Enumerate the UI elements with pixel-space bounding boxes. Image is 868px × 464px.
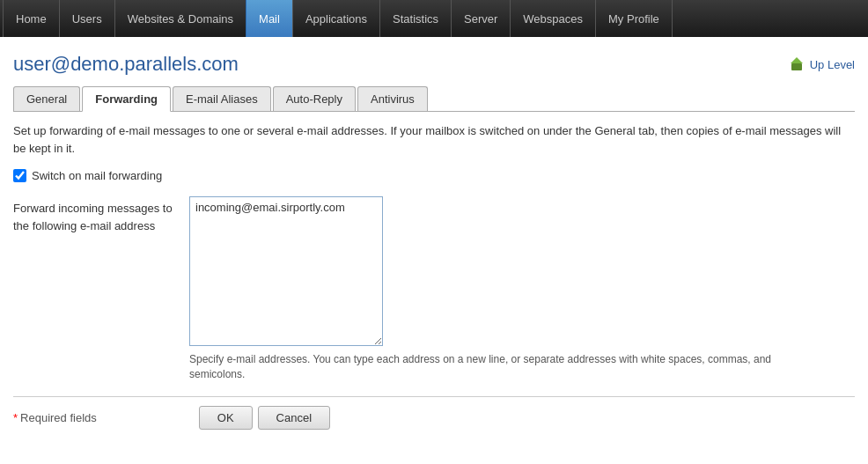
uplevel-icon xyxy=(791,56,806,72)
forward-label-line2: the following e-mail address xyxy=(13,219,155,232)
tab-forwarding[interactable]: Forwarding xyxy=(82,86,171,112)
tab-bar: GeneralForwardingE-mail AliasesAuto-Repl… xyxy=(13,86,855,112)
nav-item-server[interactable]: Server xyxy=(451,0,511,37)
cancel-button[interactable]: Cancel xyxy=(258,406,330,430)
forwarding-checkbox-label[interactable]: Switch on mail forwarding xyxy=(32,169,162,182)
nav-item-users[interactable]: Users xyxy=(59,0,115,37)
description-text: Set up forwarding of e-mail messages to … xyxy=(13,122,855,157)
forward-email-textarea[interactable] xyxy=(189,196,383,346)
nav-item-webspaces[interactable]: Webspaces xyxy=(510,0,596,37)
required-star: * xyxy=(13,411,18,424)
mail-forwarding-checkbox-row: Switch on mail forwarding xyxy=(13,169,855,182)
forward-email-field-col: Specify e-mail addresses. You can type e… xyxy=(189,196,855,382)
ok-button[interactable]: OK xyxy=(199,406,253,430)
svg-marker-1 xyxy=(791,57,803,63)
page-content: user@demo.parallels.com Up Level General… xyxy=(0,37,868,464)
required-fields-note: * Required fields xyxy=(13,411,111,424)
tab-auto-reply[interactable]: Auto-Reply xyxy=(273,86,356,111)
nav-item-statistics[interactable]: Statistics xyxy=(379,0,452,37)
nav-item-mail[interactable]: Mail xyxy=(246,0,293,37)
nav-item-websites---domains[interactable]: Websites & Domains xyxy=(114,0,246,37)
footer-row: * Required fields OK Cancel xyxy=(13,406,855,430)
required-fields-label: Required fields xyxy=(20,411,97,424)
svg-rect-0 xyxy=(791,63,802,70)
header-row: user@demo.parallels.com Up Level xyxy=(13,46,855,86)
nav-item-applications[interactable]: Applications xyxy=(292,0,380,37)
nav-item-home[interactable]: Home xyxy=(3,0,60,37)
up-level-link[interactable]: Up Level xyxy=(791,56,855,72)
forwarding-checkbox[interactable] xyxy=(13,169,26,182)
tab-e-mail-aliases[interactable]: E-mail Aliases xyxy=(173,86,271,111)
up-level-label: Up Level xyxy=(810,58,855,71)
section-divider xyxy=(13,396,855,397)
forward-label-line1: Forward incoming messages to xyxy=(13,202,173,215)
hint-text: Specify e-mail addresses. You can type e… xyxy=(189,352,805,382)
nav-item-my-profile[interactable]: My Profile xyxy=(595,0,673,37)
forward-email-label: Forward incoming messages to the followi… xyxy=(13,196,189,234)
tab-general[interactable]: General xyxy=(13,86,80,111)
page-title: user@demo.parallels.com xyxy=(13,53,239,76)
email-forward-form-row: Forward incoming messages to the followi… xyxy=(13,196,855,382)
tab-antivirus[interactable]: Antivirus xyxy=(357,86,428,111)
top-navigation: HomeUsersWebsites & DomainsMailApplicati… xyxy=(0,0,868,37)
